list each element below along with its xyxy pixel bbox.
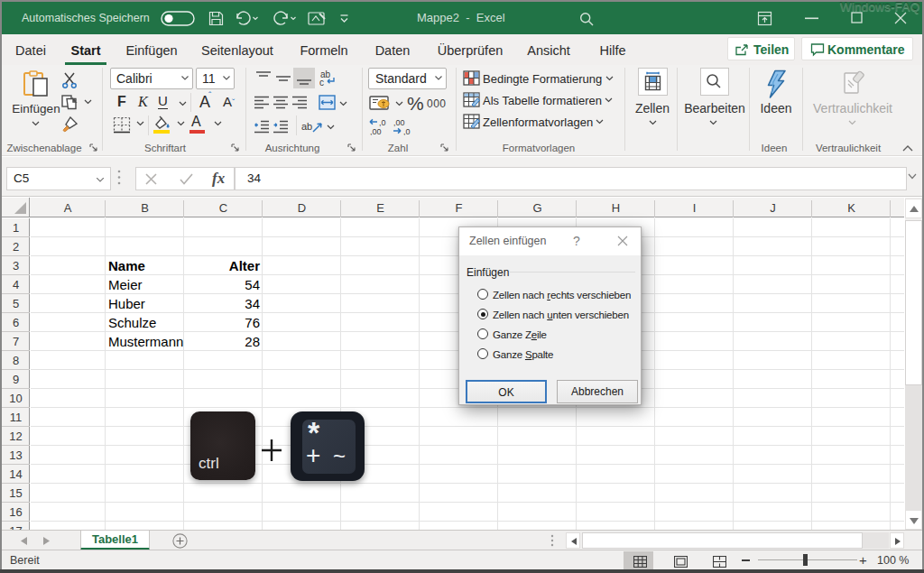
svg-text:ab: ab [301,121,312,132]
svg-text:,00: ,00 [393,118,405,127]
svg-text:,00: ,00 [370,127,382,135]
svg-text:,0: ,0 [403,127,411,135]
svg-text:,0: ,0 [379,118,386,127]
svg-text:c: c [319,78,324,88]
